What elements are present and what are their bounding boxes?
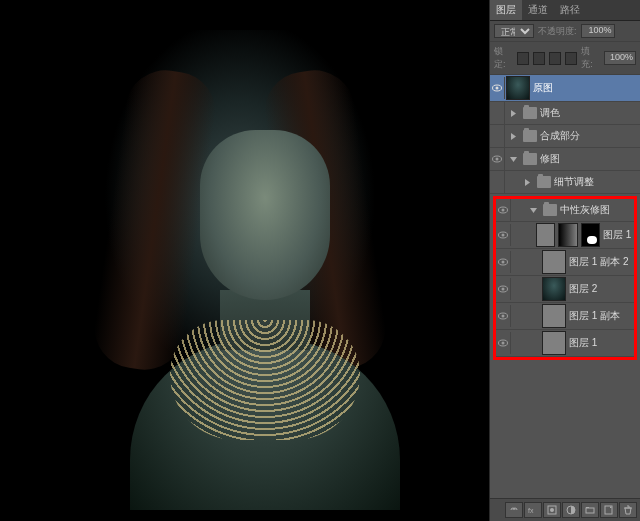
eye-icon[interactable]	[490, 102, 505, 124]
folder-icon	[523, 107, 537, 119]
eye-icon[interactable]	[490, 125, 505, 147]
tab-channels[interactable]: 通道	[522, 0, 554, 20]
svg-point-3	[496, 158, 499, 161]
lock-transparency-icon[interactable]	[517, 52, 529, 65]
eye-icon[interactable]	[496, 224, 511, 246]
svg-text:fx: fx	[528, 507, 534, 514]
layer-row[interactable]: 图层 2	[496, 276, 634, 303]
svg-rect-21	[586, 507, 589, 508]
layer-group-retouch[interactable]: 修图	[490, 148, 640, 171]
layer-name: 细节调整	[554, 175, 594, 189]
fx-icon[interactable]: fx	[524, 502, 542, 518]
layer-thumbnail	[542, 250, 566, 274]
mask-thumbnail	[558, 223, 577, 247]
triangle-down-icon[interactable]	[529, 206, 538, 215]
layer-name: 图层 1	[569, 336, 597, 350]
layer-name: 原图	[533, 81, 553, 95]
eye-icon[interactable]	[496, 251, 511, 273]
lock-label: 锁定:	[494, 45, 513, 71]
blend-mode-select[interactable]: 正常	[494, 24, 534, 38]
opacity-value[interactable]: 100%	[581, 24, 615, 38]
svg-point-5	[502, 209, 505, 212]
layer-name: 调色	[540, 106, 560, 120]
fill-value[interactable]: 100%	[604, 51, 636, 65]
svg-point-7	[502, 234, 505, 237]
eye-icon[interactable]	[490, 77, 505, 99]
triangle-down-icon[interactable]	[509, 155, 518, 164]
layer-group-composite[interactable]: 合成部分	[490, 125, 640, 148]
new-group-icon[interactable]	[581, 502, 599, 518]
eye-icon[interactable]	[490, 148, 505, 170]
highlight-box: 中性灰修图 图层 1... 图层 1 副本 2	[493, 196, 637, 360]
panel-tabs: 图层 通道 路径	[490, 0, 640, 21]
triangle-right-icon[interactable]	[509, 132, 518, 141]
layer-group-detail[interactable]: 细节调整	[490, 171, 640, 194]
layer-name: 图层 2	[569, 282, 597, 296]
lock-position-icon[interactable]	[549, 52, 561, 65]
layer-name: 修图	[540, 152, 560, 166]
folder-icon	[537, 176, 551, 188]
triangle-right-icon[interactable]	[523, 178, 532, 187]
eye-icon[interactable]	[496, 199, 511, 221]
canvas-area[interactable]	[0, 0, 489, 521]
layer-row[interactable]: 图层 1 副本 2	[496, 249, 634, 276]
triangle-right-icon[interactable]	[509, 109, 518, 118]
layer-row[interactable]: 图层 1 副本	[496, 303, 634, 330]
folder-icon	[543, 204, 557, 216]
layers-panel: 图层 通道 路径 正常 不透明度: 100% 锁定: 填充: 100% 原图	[489, 0, 640, 521]
layer-name: 图层 1 副本	[569, 309, 620, 323]
folder-icon	[523, 130, 537, 142]
layer-thumbnail	[542, 277, 566, 301]
eye-icon[interactable]	[490, 171, 505, 193]
layer-group-neutral-grey[interactable]: 中性灰修图	[496, 199, 634, 222]
layers-list: 原图 调色 合成部分 修图	[490, 75, 640, 498]
opacity-label: 不透明度:	[538, 25, 577, 38]
layer-row[interactable]: 图层 1	[496, 330, 634, 357]
svg-point-1	[496, 87, 499, 90]
layer-name: 图层 1...	[603, 228, 632, 242]
layer-thumbnail	[542, 304, 566, 328]
layer-name: 图层 1 副本 2	[569, 255, 628, 269]
layer-row-original[interactable]: 原图	[490, 75, 640, 102]
layer-name: 中性灰修图	[560, 203, 610, 217]
layer-thumbnail	[536, 223, 555, 247]
adjustment-layer-icon[interactable]	[562, 502, 580, 518]
layer-group-color[interactable]: 调色	[490, 102, 640, 125]
lock-options: 锁定: 填充: 100%	[490, 42, 640, 75]
svg-point-18	[550, 508, 554, 512]
svg-rect-20	[586, 508, 594, 513]
eye-icon[interactable]	[496, 278, 511, 300]
svg-point-9	[502, 261, 505, 264]
layer-thumbnail	[506, 76, 530, 100]
layers-panel-buttons: fx	[490, 498, 640, 521]
fill-label: 填充:	[581, 45, 600, 71]
svg-point-13	[502, 315, 505, 318]
layer-thumbnail	[542, 331, 566, 355]
eye-icon[interactable]	[496, 305, 511, 327]
portrait-image	[60, 30, 420, 510]
link-layers-icon[interactable]	[505, 502, 523, 518]
tab-paths[interactable]: 路径	[554, 0, 586, 20]
trash-icon[interactable]	[619, 502, 637, 518]
layer-row[interactable]: 图层 1...	[496, 222, 634, 249]
add-mask-icon[interactable]	[543, 502, 561, 518]
blend-options: 正常 不透明度: 100%	[490, 21, 640, 42]
svg-point-11	[502, 288, 505, 291]
lock-pixels-icon[interactable]	[533, 52, 545, 65]
layer-name: 合成部分	[540, 129, 580, 143]
eye-icon[interactable]	[496, 332, 511, 354]
svg-point-15	[502, 342, 505, 345]
mask-thumbnail	[581, 223, 600, 247]
lock-all-icon[interactable]	[565, 52, 577, 65]
folder-icon	[523, 153, 537, 165]
tab-layers[interactable]: 图层	[490, 0, 522, 20]
new-layer-icon[interactable]	[600, 502, 618, 518]
